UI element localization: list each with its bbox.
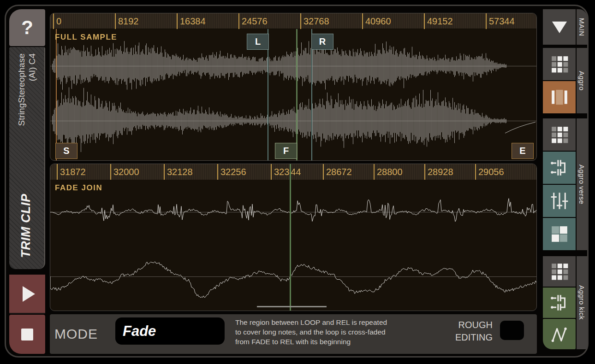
sidebar-group-label-aggro-kick[interactable]: Aggro kick: [577, 256, 587, 349]
ruler-tick-label: 32768: [303, 13, 329, 29]
ruler-tick: [424, 164, 425, 180]
ruler-tick-label: 28672: [326, 164, 352, 180]
ruler-tick-label: 32000: [113, 164, 139, 180]
wave-icon: [549, 323, 570, 345]
start-marker-handle[interactable]: S: [55, 143, 77, 159]
ruler-tick: [53, 13, 54, 29]
play-icon: [23, 286, 35, 302]
sidebar-group-aggro: Aggro: [543, 48, 587, 113]
trim-region-icon: [549, 87, 570, 108]
grid-icon: [549, 124, 570, 145]
help-icon: ?: [21, 17, 33, 39]
ruler-tick: [164, 164, 165, 180]
ruler-tick-label: 31872: [60, 164, 86, 180]
ruler-tick-label: 32256: [220, 164, 246, 180]
ruler-tick-label: 0: [56, 13, 61, 29]
wave-button[interactable]: [543, 319, 576, 349]
ruler-tick: [424, 13, 425, 29]
panel-title: FULL SAMPLE: [55, 33, 117, 42]
ruler-tick-label: 49152: [427, 13, 453, 29]
ruler-tick-label: 40960: [365, 13, 391, 29]
loop-seam-line: [290, 164, 291, 311]
triangle-down-icon: [549, 17, 570, 38]
rough-editing-checkbox[interactable]: [500, 321, 524, 340]
sidebar-group-label-text: Aggro verse: [578, 164, 586, 204]
patch-icon: [549, 157, 570, 178]
grid-icon: [549, 53, 570, 75]
release-marker-handle[interactable]: R: [311, 34, 333, 50]
full-sample-ruler: 08192163842457632768409604915257344: [50, 13, 536, 29]
sidebar-group-label-aggro[interactable]: Aggro: [577, 48, 587, 113]
ruler-tick: [300, 13, 301, 29]
sidebar-group-label-text: MAIN: [578, 18, 586, 36]
ruler-tick: [271, 164, 272, 180]
ruler-tick-label: 28800: [377, 164, 403, 180]
ruler-tick: [217, 164, 218, 180]
checker-icon: [549, 223, 570, 245]
panel-title: FADE JOIN: [55, 183, 102, 193]
patch-button[interactable]: [543, 152, 576, 184]
triangle-down-button[interactable]: [543, 9, 576, 45]
sidebar-group-label-main[interactable]: MAIN: [577, 9, 587, 45]
right-sidebar: MAINAggroAggro verseAggro kick: [543, 0, 587, 364]
trim-region-button-active[interactable]: [543, 81, 576, 113]
ruler-tick-label: 16384: [180, 13, 206, 29]
patch-icon: [549, 292, 570, 313]
checker-button[interactable]: [543, 218, 576, 250]
mode-label: MODE: [54, 314, 98, 354]
ruler-tick-label: 32128: [167, 164, 193, 180]
grid-icon: [549, 261, 570, 282]
full-sample-panel: 08192163842457632768409604915257344 FULL…: [50, 13, 537, 161]
ruler-tick: [475, 164, 476, 180]
grid-button[interactable]: [543, 48, 576, 80]
ruler-tick: [115, 13, 116, 29]
ruler-tick: [374, 164, 375, 180]
grid-button[interactable]: [543, 256, 576, 287]
ruler-tick-label: 24576: [242, 13, 268, 29]
ruler-tick: [362, 13, 363, 29]
ruler-tick: [57, 164, 58, 180]
fade-marker-handle[interactable]: F: [275, 143, 297, 159]
fade-join-panel: 3187232000321283225632384 28544286722880…: [50, 164, 537, 311]
ruler-tick: [323, 164, 324, 180]
sidebar-group-aggro-verse: Aggro verse: [543, 118, 587, 250]
ruler-tick: [110, 164, 111, 180]
sidebar-group-label-text: Aggro kick: [578, 285, 586, 320]
ruler-tick-label: 28544: [291, 164, 301, 180]
fade-join-waveform[interactable]: [50, 180, 536, 311]
ruler-tick-label: 29056: [478, 164, 504, 180]
fade-ruler-left: 3187232000321283225632384: [50, 164, 291, 180]
grid-button[interactable]: [543, 118, 576, 151]
ruler-tick: [177, 13, 178, 29]
loop-marker-handle[interactable]: L: [247, 34, 269, 50]
ruler-tick: [238, 13, 239, 29]
sidebar-group-label-aggro-verse[interactable]: Aggro verse: [577, 118, 587, 250]
stop-button[interactable]: [9, 315, 45, 354]
ruler-tick-label: 57344: [489, 13, 515, 29]
help-button[interactable]: ?: [9, 9, 45, 46]
sidebar-group-aggro-kick: Aggro kick: [543, 256, 587, 349]
section-title: TRIM CLIP: [19, 175, 36, 269]
faders-button[interactable]: [543, 185, 576, 217]
stop-icon: [21, 329, 33, 341]
sidebar-group-main: MAIN: [543, 9, 587, 45]
bottom-bar: MODE Fade The region between LOOP and RE…: [50, 314, 537, 354]
full-sample-waveform[interactable]: [50, 29, 536, 161]
rough-editing-label: ROUGH EDITING: [400, 319, 493, 344]
ruler-tick-label: 28928: [428, 164, 453, 180]
fade-marker-line: [296, 29, 298, 161]
sidebar-group-label-text: Aggro: [578, 71, 586, 91]
mode-select[interactable]: Fade: [115, 317, 225, 345]
faders-icon: [549, 190, 570, 211]
fade-scrollbar[interactable]: [257, 306, 327, 307]
ruler-tick: [486, 13, 487, 29]
start-marker-line: [56, 29, 57, 161]
sample-name-panel: StringStereophase (AI) C4 TRIM CLIP: [9, 47, 45, 269]
ruler-tick-label: 32384: [274, 164, 291, 180]
play-button[interactable]: [9, 275, 45, 314]
fade-ruler-right: 2854428672288002892829056: [291, 164, 536, 180]
end-marker-handle[interactable]: E: [512, 143, 534, 159]
ruler-tick-label: 8192: [118, 13, 139, 29]
patch-button[interactable]: [543, 288, 576, 318]
